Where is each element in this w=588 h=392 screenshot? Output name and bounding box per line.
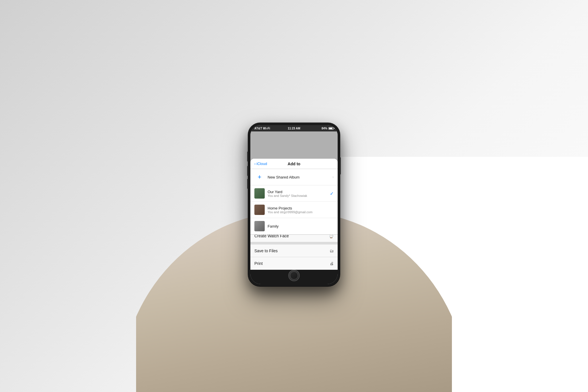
icloud-back-button[interactable]: ‹ iCloud <box>254 162 267 166</box>
phone-screen: AT&T Wi-Fi 11:23 AM 84% <box>250 125 338 284</box>
add-to-header: ‹ iCloud Add to <box>250 159 338 169</box>
new-album-label: New Shared Album <box>268 175 330 179</box>
battery-icon <box>328 127 334 130</box>
icloud-back-label: iCloud <box>256 162 267 166</box>
battery-fill <box>329 128 332 129</box>
home-projects-text: Home Projects You and strgzr9999@gmail.c… <box>268 206 334 214</box>
family-title: Family <box>268 224 334 228</box>
album-item-our-yard[interactable]: Our Yard You and Sandy* Stachowiak ✓ <box>250 185 338 202</box>
album-item-family[interactable]: Family <box>250 218 338 234</box>
home-button[interactable] <box>288 270 300 281</box>
share-sheet: 2 Photos Selected Options > × ‹ iCloud <box>250 159 338 270</box>
carrier-label: AT&T Wi-Fi <box>254 127 270 130</box>
new-album-text: New Shared Album <box>268 175 330 179</box>
checkmark-icon: ✓ <box>330 191 334 196</box>
time-label: 11:23 AM <box>288 127 300 130</box>
screen-content: 2 Photos Selected Options > × ‹ iCloud <box>250 131 338 270</box>
chevron-right-icon-new-album: › <box>332 175 334 179</box>
family-text: Family <box>268 224 334 228</box>
family-thumbnail <box>254 221 265 231</box>
add-to-title: Add to <box>288 162 300 166</box>
save-files-icon: 🗂 <box>330 249 334 253</box>
home-projects-thumbnail <box>254 205 265 215</box>
battery-area: 84% <box>322 127 334 130</box>
our-yard-text: Our Yard You and Sandy* Stachowiak <box>268 190 327 197</box>
chevron-left-icon: ‹ <box>254 162 256 166</box>
battery-body <box>328 127 334 130</box>
phone-device: AT&T Wi-Fi 11:23 AM 84% <box>248 123 340 286</box>
add-to-dropdown: ‹ iCloud Add to + New Shared Album › <box>250 159 338 235</box>
our-yard-title: Our Yard <box>268 190 327 194</box>
battery-percent: 84% <box>322 127 327 130</box>
home-button-inner <box>290 271 298 280</box>
home-projects-title: Home Projects <box>268 206 334 210</box>
home-bar <box>250 270 338 284</box>
status-bar: AT&T Wi-Fi 11:23 AM 84% <box>250 125 338 131</box>
save-to-files-label: Save to Files <box>254 249 278 253</box>
print-label: Print <box>254 261 263 266</box>
action-print[interactable]: Print 🖨 <box>250 257 338 270</box>
plus-icon: + <box>254 172 265 182</box>
print-icon: 🖨 <box>330 261 334 266</box>
new-shared-album-item[interactable]: + New Shared Album › <box>250 169 338 185</box>
our-yard-thumbnail <box>254 188 265 199</box>
album-item-home-projects[interactable]: Home Projects You and strgzr9999@gmail.c… <box>250 202 338 218</box>
our-yard-subtitle: You and Sandy* Stachowiak <box>268 194 327 197</box>
home-projects-subtitle: You and strgzr9999@gmail.com <box>268 210 334 214</box>
action-separator-3 <box>250 242 338 244</box>
action-save-to-files[interactable]: Save to Files 🗂 <box>250 244 338 257</box>
